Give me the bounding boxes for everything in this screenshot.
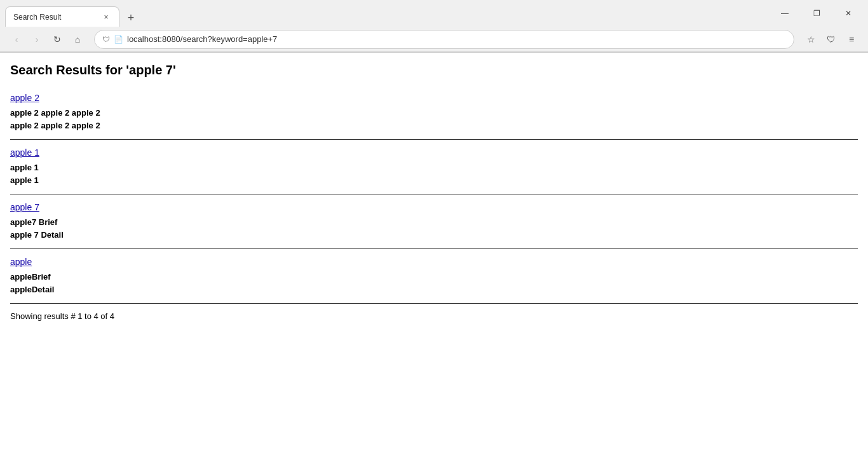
- home-icon: ⌂: [75, 34, 80, 44]
- close-button[interactable]: ✕: [834, 3, 863, 24]
- minimize-button[interactable]: —: [770, 3, 799, 24]
- home-button[interactable]: ⌂: [69, 31, 86, 48]
- page-icon: 📄: [114, 35, 123, 44]
- forward-icon: ›: [36, 34, 39, 44]
- nav-right-icons: ☆ 🛡 ≡: [802, 31, 860, 48]
- result-item: apple 2 apple 2 apple 2 apple 2 apple 2 …: [10, 93, 858, 140]
- menu-button[interactable]: ≡: [843, 31, 860, 48]
- result-link[interactable]: apple 2: [10, 93, 858, 103]
- result-link[interactable]: apple: [10, 257, 858, 267]
- results-footer: Showing results # 1 to 4 of 4: [10, 304, 858, 321]
- nav-bar: ‹ › ↻ ⌂ 🛡 📄 ☆ 🛡 ≡: [0, 27, 868, 52]
- title-bar: Search Result × + — ❐ ✕: [0, 0, 868, 27]
- result-item: apple 1 apple 1 apple 1: [10, 140, 858, 194]
- address-bar-container[interactable]: 🛡 📄: [94, 30, 794, 49]
- result-brief: appleBrief: [10, 271, 858, 283]
- result-summary: apple 1 apple 1: [10, 161, 858, 186]
- tab-close-button[interactable]: ×: [101, 12, 111, 22]
- tab-title: Search Result: [13, 13, 96, 22]
- shield-button[interactable]: 🛡: [822, 31, 840, 48]
- result-detail: apple 1: [10, 174, 858, 187]
- refresh-icon: ↻: [53, 34, 61, 44]
- result-detail: apple 2 apple 2 apple 2: [10, 119, 858, 132]
- browser-chrome: Search Result × + — ❐ ✕ ‹ › ↻ ⌂ 🛡 📄: [0, 0, 868, 53]
- result-item: apple 7 apple7 Brief apple 7 Detail: [10, 194, 858, 249]
- new-tab-button[interactable]: +: [122, 9, 140, 27]
- tab-bar: Search Result × +: [5, 0, 765, 27]
- result-summary: appleBrief appleDetail: [10, 271, 858, 296]
- result-brief: apple7 Brief: [10, 216, 858, 229]
- restore-button[interactable]: ❐: [802, 3, 831, 24]
- result-link[interactable]: apple 7: [10, 202, 858, 212]
- browser-tab[interactable]: Search Result ×: [5, 6, 119, 27]
- page-content: Search Results for 'apple 7' apple 2 app…: [0, 53, 868, 331]
- window-controls: — ❐ ✕: [770, 3, 863, 24]
- result-link[interactable]: apple 1: [10, 147, 858, 158]
- result-item: apple appleBrief appleDetail: [10, 249, 858, 304]
- result-brief: apple 2 apple 2 apple 2: [10, 107, 858, 119]
- back-button[interactable]: ‹: [8, 31, 25, 48]
- result-brief: apple 1: [10, 161, 858, 174]
- result-detail: apple 7 Detail: [10, 229, 858, 241]
- back-icon: ‹: [15, 34, 18, 44]
- bookmark-button[interactable]: ☆: [802, 31, 820, 48]
- results-container: apple 2 apple 2 apple 2 apple 2 apple 2 …: [10, 93, 858, 304]
- refresh-button[interactable]: ↻: [48, 31, 66, 48]
- security-shield-icon: 🛡: [102, 35, 110, 44]
- forward-button[interactable]: ›: [28, 31, 46, 48]
- address-input[interactable]: [127, 34, 786, 44]
- page-heading: Search Results for 'apple 7': [10, 63, 858, 78]
- result-summary: apple7 Brief apple 7 Detail: [10, 216, 858, 241]
- result-summary: apple 2 apple 2 apple 2 apple 2 apple 2 …: [10, 107, 858, 132]
- result-detail: appleDetail: [10, 283, 858, 296]
